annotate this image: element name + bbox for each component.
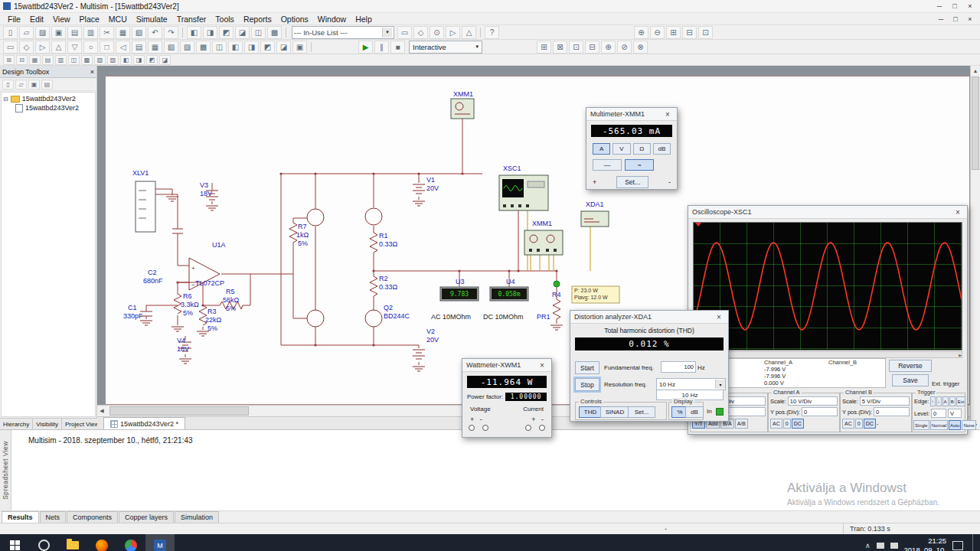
- close-icon[interactable]: ×: [537, 361, 547, 370]
- zoom-icon[interactable]: ⊕: [634, 26, 648, 39]
- tray-expand-icon[interactable]: ∧: [865, 542, 871, 549]
- chrome-button[interactable]: [116, 534, 145, 551]
- component-label[interactable]: TL072CP: [195, 279, 224, 287]
- menu-item[interactable]: Simulate: [132, 15, 172, 24]
- component-group-icon[interactable]: ◁: [116, 41, 130, 54]
- instrument-icon[interactable]: ⊘: [617, 41, 632, 54]
- component-label[interactable]: XMM1: [532, 220, 552, 227]
- zoom-icon[interactable]: ⊡: [698, 26, 713, 39]
- component-group-icon[interactable]: ▭: [3, 41, 18, 54]
- channel-a-ypos-input[interactable]: 0: [802, 407, 838, 416]
- multimeter-set-button[interactable]: Set...: [616, 176, 648, 188]
- component-label[interactable]: V2: [426, 328, 435, 335]
- mdi-minimize-button[interactable]: ─: [934, 15, 948, 24]
- trigger-edge-button[interactable]: A: [942, 396, 949, 406]
- trigger-edge-button[interactable]: B: [949, 396, 956, 406]
- component-label[interactable]: XMM1: [453, 90, 473, 98]
- toolbar-icon[interactable]: ▨: [35, 26, 50, 39]
- component-label[interactable]: R1: [379, 232, 388, 240]
- component-group-icon[interactable]: ▽: [67, 41, 82, 54]
- trigger-mode-button[interactable]: Single: [913, 420, 929, 430]
- search-button[interactable]: [29, 534, 58, 551]
- channel-b-coupling-button[interactable]: DC: [864, 419, 876, 429]
- component-group-icon[interactable]: ▧: [164, 41, 178, 54]
- zoom-icon[interactable]: ⊞: [666, 26, 681, 39]
- trigger-level-unit[interactable]: V: [948, 409, 962, 418]
- oscilloscope-title-bar[interactable]: Oscilloscope-XSC1 ×: [688, 206, 967, 219]
- trigger-level-input[interactable]: 0: [931, 409, 946, 418]
- db-button[interactable]: dB: [685, 406, 704, 418]
- mdi-close-button[interactable]: ×: [963, 15, 977, 24]
- component-label[interactable]: C2: [148, 269, 157, 276]
- component-group-icon[interactable]: △: [51, 41, 66, 54]
- component-label[interactable]: R7: [298, 223, 307, 230]
- component-label[interactable]: C1: [128, 304, 137, 311]
- toolbar-icon[interactable]: ▦: [29, 55, 41, 65]
- component-label[interactable]: R2: [379, 275, 388, 282]
- maximize-button[interactable]: □: [948, 2, 962, 11]
- run-simulation-icon[interactable]: ▶: [358, 41, 373, 54]
- component-group-icon[interactable]: ▨: [180, 41, 194, 54]
- component-group-icon[interactable]: ○: [83, 41, 98, 54]
- toolbar-icon[interactable]: ▨: [107, 55, 119, 65]
- screen-scrollbar[interactable]: ◀▶: [693, 351, 962, 358]
- multimeter-mode-button[interactable]: V: [612, 143, 630, 155]
- show-desktop-button[interactable]: [972, 534, 977, 551]
- component-group-icon[interactable]: ◩: [260, 41, 275, 54]
- toolbar-icon[interactable]: ▭: [397, 26, 412, 39]
- menu-item[interactable]: Options: [276, 15, 313, 24]
- component-label[interactable]: 20V: [426, 336, 439, 344]
- component-group-icon[interactable]: ◨: [244, 41, 259, 54]
- menu-item[interactable]: Transfer: [172, 15, 211, 24]
- component-label[interactable]: R4: [552, 291, 561, 298]
- multimeter-coupling-button[interactable]: —: [593, 159, 622, 171]
- menu-item[interactable]: Window: [313, 15, 351, 24]
- component-label[interactable]: 56kΩ: [223, 296, 240, 304]
- component-label[interactable]: DC 10MOhm: [483, 313, 524, 321]
- toolbar-icon[interactable]: ◫: [251, 26, 266, 39]
- toolbar-icon[interactable]: ▧: [132, 26, 146, 39]
- menu-item[interactable]: Place: [75, 15, 104, 24]
- component-label[interactable]: R6: [183, 292, 192, 300]
- trigger-mode-button[interactable]: None: [962, 420, 975, 430]
- xmm1-instrument-icon[interactable]: [451, 99, 474, 119]
- multimeter-mode-button[interactable]: dB: [653, 143, 671, 155]
- toolbar-icon[interactable]: ◪: [159, 55, 171, 65]
- distortion-title-bar[interactable]: Distortion analyzer-XDA1 ×: [570, 311, 728, 324]
- close-button[interactable]: ×: [963, 2, 977, 11]
- toolbar-icon[interactable]: ◨: [203, 26, 217, 39]
- toolbar-icon[interactable]: ⊞: [3, 55, 15, 65]
- toolbar-icon[interactable]: ▧: [94, 55, 106, 65]
- component-group-icon[interactable]: ◪: [276, 41, 291, 54]
- scroll-thumb[interactable]: [109, 406, 249, 416]
- firefox-button[interactable]: [87, 534, 116, 551]
- toolbar-icon[interactable]: ▣: [51, 26, 66, 39]
- toolbar-icon[interactable]: ◧: [187, 26, 201, 39]
- component-label[interactable]: XSC1: [503, 165, 521, 172]
- timebase-mode-button[interactable]: A/B: [735, 419, 748, 429]
- scroll-up-icon[interactable]: ▲: [971, 66, 980, 75]
- menu-item[interactable]: MCU: [104, 15, 132, 24]
- help-icon[interactable]: ?: [485, 26, 499, 39]
- channel-b-scale-input[interactable]: 5 V/Div: [860, 396, 910, 406]
- component-label[interactable]: 5%: [207, 324, 217, 332]
- channel-a-coupling-button[interactable]: AC: [770, 419, 782, 429]
- tab-components[interactable]: Components: [67, 511, 118, 523]
- toolbox-icon[interactable]: ▤: [41, 80, 53, 90]
- component-group-icon[interactable]: ◫: [212, 41, 227, 54]
- toolbar-icon[interactable]: ◨: [133, 55, 145, 65]
- component-label[interactable]: 0.33Ω: [379, 240, 398, 248]
- toolbar-icon[interactable]: ✂: [100, 26, 114, 39]
- start-button[interactable]: [0, 534, 29, 551]
- close-icon[interactable]: ×: [714, 313, 724, 321]
- toolbar-icon[interactable]: ▥: [83, 26, 98, 39]
- toolbar-icon[interactable]: ▤: [42, 55, 54, 65]
- component-label[interactable]: 18V: [177, 345, 189, 353]
- toolbar-icon[interactable]: ◪: [235, 26, 250, 39]
- component-label[interactable]: 22kΩ: [205, 316, 222, 324]
- trigger-edge-button[interactable]: ↓: [936, 396, 942, 406]
- instrument-icon[interactable]: ⊟: [585, 41, 599, 54]
- document-tab[interactable]: 15wattbd243Ver2 *: [103, 417, 185, 429]
- toolbar-icon[interactable]: ⊟: [16, 55, 28, 65]
- component-group-icon[interactable]: □: [100, 41, 114, 54]
